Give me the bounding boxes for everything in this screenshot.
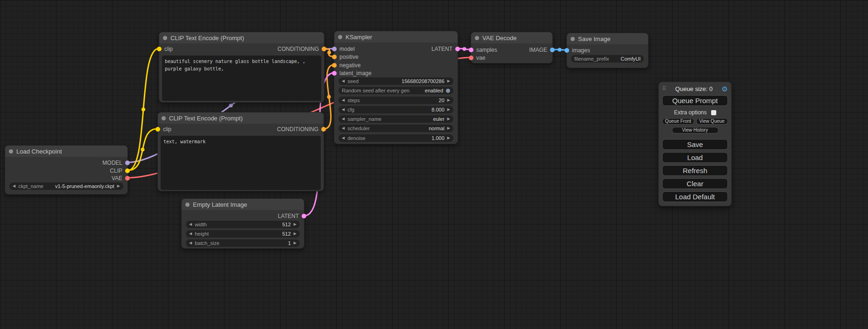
increment-arrow-icon[interactable]: ▶ [294, 232, 296, 236]
refresh-button[interactable]: Refresh [662, 165, 728, 176]
scheduler-widget[interactable]: ◀ scheduler normal ▶ [339, 125, 453, 132]
node-clip-text-encode-negative[interactable]: CLIP Text Encode (Prompt) clip CONDITION… [157, 112, 324, 191]
ckpt-name-widget[interactable]: ◀ ckpt_name v1-5-pruned-emaonly.ckpt ▶ [9, 182, 123, 190]
widget-value: 8.000 [431, 107, 445, 112]
toggle-knob-icon[interactable] [446, 89, 450, 93]
widget-value: 512 [282, 222, 290, 227]
node-save-image[interactable]: Save Image images filename_prefix ComfyU… [566, 33, 649, 68]
widget-label: Random seed after every gen [342, 88, 409, 93]
drag-handle-icon[interactable]: ⠿ [662, 85, 666, 92]
conditioning-output-dot[interactable] [321, 127, 326, 132]
decrement-arrow-icon[interactable]: ◀ [342, 98, 345, 102]
widget-label: seed [347, 78, 359, 84]
widget-value: 156680208700286 [402, 78, 445, 84]
settings-gear-icon[interactable]: ⚙ [722, 85, 728, 92]
sampler-name-widget[interactable]: ◀ sampler_name euler ▶ [339, 115, 453, 123]
filename-prefix-widget[interactable]: filename_prefix ComfyUI [571, 55, 644, 63]
node-title-bar[interactable]: CLIP Text Encode (Prompt) [158, 112, 324, 124]
cfg-widget[interactable]: ◀ cfg 8.000 ▶ [339, 106, 453, 113]
batch-size-widget[interactable]: ◀ batch_size 1 ▶ [186, 239, 300, 247]
vae-output-dot[interactable] [125, 176, 130, 181]
image-output-dot[interactable] [550, 48, 555, 52]
denoise-widget[interactable]: ◀ denoise 1.000 ▶ [339, 134, 453, 142]
node-canvas[interactable]: Load Checkpoint MODEL CLIP VAE ◀ ckpt_na… [0, 0, 868, 329]
decrement-arrow-icon[interactable]: ◀ [189, 232, 192, 236]
negative-input-dot[interactable] [332, 63, 337, 68]
seed-widget[interactable]: ◀ seed 156680208700286 ▶ [339, 77, 453, 85]
decrement-arrow-icon[interactable]: ◀ [13, 184, 15, 188]
conditioning-output-dot[interactable] [322, 47, 326, 51]
node-vae-decode[interactable]: VAE Decode samples vae IMAGE [471, 32, 553, 63]
slot-label: CLIP [110, 168, 122, 174]
decrement-arrow-icon[interactable]: ◀ [189, 241, 192, 245]
latent-output-dot[interactable] [455, 47, 460, 51]
node-clip-text-encode-positive[interactable]: CLIP Text Encode (Prompt) clip CONDITION… [159, 32, 325, 103]
node-title-bar[interactable]: KSampler [334, 31, 458, 42]
clip-input-dot[interactable] [157, 47, 162, 51]
decrement-arrow-icon[interactable]: ◀ [342, 108, 345, 112]
widget-value: 512 [282, 231, 290, 237]
model-input-dot[interactable] [332, 47, 337, 51]
slot-label: MODEL [102, 160, 122, 166]
load-button[interactable]: Load [662, 152, 728, 163]
node-title: VAE Decode [482, 35, 516, 42]
queue-small-buttons-row: Queue Front View Queue [662, 118, 728, 125]
increment-arrow-icon[interactable]: ▶ [447, 126, 450, 130]
latent-output-dot[interactable] [302, 214, 306, 218]
clip-input-dot[interactable] [155, 127, 160, 132]
node-title-bar[interactable]: Load Checkpoint [5, 146, 127, 157]
collapse-dot-icon[interactable] [163, 36, 167, 40]
increment-arrow-icon[interactable]: ▶ [447, 79, 450, 83]
height-widget[interactable]: ◀ height 512 ▶ [186, 230, 300, 238]
vae-input-dot[interactable] [469, 56, 473, 60]
collapse-dot-icon[interactable] [185, 203, 190, 207]
increment-arrow-icon[interactable]: ▶ [447, 136, 450, 140]
decrement-arrow-icon[interactable]: ◀ [342, 136, 345, 140]
steps-widget[interactable]: ◀ steps 20 ▶ [339, 97, 453, 104]
increment-arrow-icon[interactable]: ▶ [447, 117, 450, 121]
increment-arrow-icon[interactable]: ▶ [447, 98, 450, 102]
decrement-arrow-icon[interactable]: ◀ [342, 126, 345, 130]
positive-prompt-textarea[interactable]: beautiful scenery nature glass bottle la… [162, 56, 321, 101]
collapse-dot-icon[interactable] [571, 37, 575, 41]
positive-input-dot[interactable] [332, 55, 337, 59]
negative-prompt-textarea[interactable]: text, watermark [161, 136, 321, 190]
clear-button[interactable]: Clear [662, 178, 728, 189]
collapse-dot-icon[interactable] [9, 149, 13, 154]
extra-options-checkbox[interactable] [711, 110, 716, 115]
width-widget[interactable]: ◀ width 512 ▶ [186, 221, 300, 228]
input-slot-clip: clip [163, 126, 171, 133]
queue-prompt-button[interactable]: Queue Prompt [662, 95, 728, 106]
random-seed-toggle-widget[interactable]: Random seed after every gen enabled [339, 87, 453, 94]
increment-arrow-icon[interactable]: ▶ [294, 241, 296, 245]
collapse-dot-icon[interactable] [475, 36, 479, 40]
input-slot-images: images [572, 47, 590, 54]
view-history-button[interactable]: View History [672, 127, 719, 133]
increment-arrow-icon[interactable]: ▶ [294, 223, 296, 226]
model-output-dot[interactable] [125, 161, 130, 165]
decrement-arrow-icon[interactable]: ◀ [189, 223, 192, 226]
samples-input-dot[interactable] [469, 48, 473, 52]
view-queue-button[interactable]: View Queue [696, 118, 728, 125]
increment-arrow-icon[interactable]: ▶ [117, 184, 120, 188]
node-load-checkpoint[interactable]: Load Checkpoint MODEL CLIP VAE ◀ ckpt_na… [5, 145, 128, 195]
latent-image-input-dot[interactable] [332, 71, 337, 76]
queue-front-button[interactable]: Queue Front [662, 118, 694, 125]
node-title-bar[interactable]: CLIP Text Encode (Prompt) [159, 32, 324, 43]
decrement-arrow-icon[interactable]: ◀ [342, 117, 345, 121]
images-input-dot[interactable] [565, 48, 569, 53]
save-button[interactable]: Save [662, 139, 728, 150]
decrement-arrow-icon[interactable]: ◀ [342, 79, 345, 83]
node-title: Load Checkpoint [16, 148, 62, 155]
increment-arrow-icon[interactable]: ▶ [447, 108, 450, 112]
node-title-bar[interactable]: Empty Latent Image [182, 199, 304, 210]
node-empty-latent-image[interactable]: Empty Latent Image LATENT ◀ width 512 ▶ … [181, 198, 304, 249]
node-title: Save Image [578, 35, 610, 42]
collapse-dot-icon[interactable] [338, 35, 342, 39]
load-default-button[interactable]: Load Default [662, 191, 728, 202]
node-ksampler[interactable]: KSampler model positive negative latent_… [334, 31, 458, 144]
clip-output-dot[interactable] [125, 168, 130, 173]
collapse-dot-icon[interactable] [162, 116, 166, 120]
node-title-bar[interactable]: VAE Decode [471, 32, 552, 43]
node-title-bar[interactable]: Save Image [567, 33, 648, 44]
